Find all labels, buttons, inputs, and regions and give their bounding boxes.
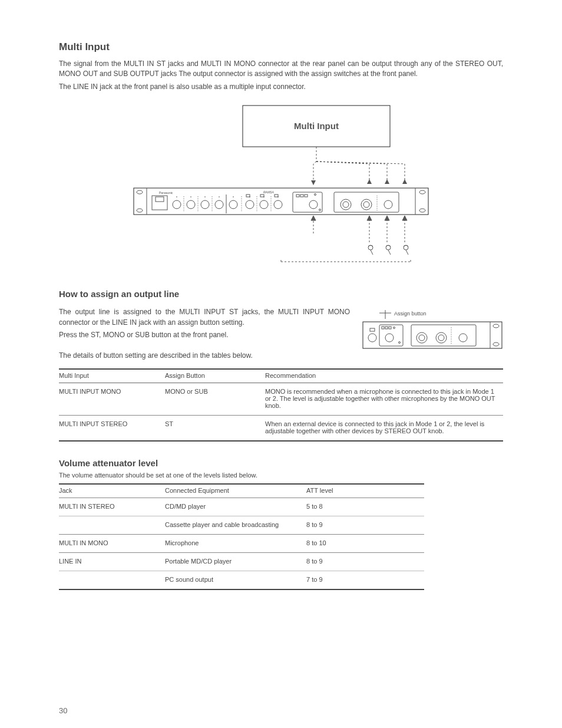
attenuator-table: Jack Connected Equipment ATT level MULTI… [59,483,424,590]
svg-point-71 [493,324,499,328]
svg-rect-44 [300,195,303,197]
table-cell: Portable MD/CD player [165,552,306,571]
table-cell: MULTI INPUT STEREO [59,415,165,441]
svg-point-80 [385,334,394,342]
svg-point-29 [246,200,254,209]
svg-point-23 [173,200,181,209]
page-number: 30 [59,706,67,715]
svg-marker-58 [367,216,372,220]
svg-point-28 [229,200,237,209]
rear-input-knobs-icon [173,195,282,213]
attn-th-jack: Jack [59,484,165,498]
svg-point-30 [260,200,268,209]
svg-point-48 [315,194,316,196]
svg-rect-77 [382,327,384,329]
rear-multi-in-icon [293,192,322,212]
assign-table: Multi Input Assign Button Recommendation… [59,368,503,442]
svg-point-53 [363,202,369,207]
svg-point-8 [419,190,425,194]
table-cell: LINE IN [59,552,165,571]
table-cell: 5 to 8 [306,498,424,516]
svg-marker-59 [385,216,389,220]
table-row: PC sound output7 to 9 [59,571,424,589]
intro-paragraph-2: The LINE IN jack at the front panel is a… [59,82,503,92]
svg-text:Assign button: Assign button [394,311,427,317]
svg-text:RAMSA: RAMSA [263,190,274,194]
svg-point-81 [399,342,401,344]
section-assign-title: How to assign an output line [59,289,503,299]
svg-rect-75 [370,328,375,331]
table-cell: When an external device is connected to … [265,415,503,441]
table-cell: 8 to 9 [306,516,424,534]
attenuator-note: The volume attenuator should be set at o… [59,472,503,479]
svg-line-66 [406,250,408,255]
svg-point-89 [459,334,467,342]
table-cell: 8 to 9 [306,552,424,571]
figure-assign-button: Assign button [362,307,503,354]
svg-point-52 [361,199,372,210]
svg-line-64 [388,250,391,255]
svg-marker-57 [311,216,316,220]
svg-point-84 [416,332,427,343]
svg-point-47 [319,209,321,211]
svg-point-86 [436,332,447,343]
svg-marker-60 [402,216,407,220]
attn-th-att: ATT level [306,484,424,498]
table-cell: CD/MD player [165,498,306,516]
table-row: LINE INPortable MD/CD player8 to 9 [59,552,424,571]
svg-point-85 [419,335,425,341]
svg-rect-34 [275,195,278,197]
table-cell: MONO is recommended when a microphone is… [265,383,503,415]
table-cell: MULTI INPUT MONO [59,383,165,415]
assign-th-button: Assign Button [165,369,265,383]
table-cell: PC sound output [165,571,306,589]
svg-rect-33 [260,195,264,197]
figure-caption: Multi Input [294,121,339,131]
table-cell: MULTI IN MONO [59,534,165,552]
svg-point-50 [340,199,351,210]
svg-rect-45 [305,195,308,197]
table-row: MULTI IN MONOMicrophone8 to 10 [59,534,424,552]
figure-multi-input: Multi Input Panasonic RAM [116,103,446,274]
assign-paragraph-2: Press the ST, MONO or SUB button at the … [59,330,350,340]
svg-line-62 [371,250,373,255]
svg-point-55 [384,200,392,209]
table-row: MULTI INPUT STEREOSTWhen an external dev… [59,415,503,441]
rear-output-icon [334,192,399,212]
svg-point-26 [215,200,223,209]
svg-rect-79 [389,327,391,329]
attn-th-equip: Connected Equipment [165,484,306,498]
svg-rect-43 [296,195,299,197]
svg-point-87 [438,335,444,341]
table-cell: Microphone [165,534,306,552]
svg-marker-4 [402,179,407,184]
assign-paragraph-3: The details of button setting are descri… [59,351,350,361]
svg-point-72 [493,342,499,346]
table-cell: MULTI IN STEREO [59,498,165,516]
svg-point-74 [368,334,376,342]
svg-rect-70 [363,322,502,348]
table-cell: ST [165,415,265,441]
table-cell: 7 to 9 [306,571,424,589]
svg-point-46 [309,200,318,209]
svg-point-6 [137,190,143,194]
page-title: Multi Input [59,41,503,53]
svg-marker-1 [311,180,316,185]
table-cell: Cassette player and cable broadcasting [165,516,306,534]
table-cell: MONO or SUB [165,383,265,415]
svg-point-82 [394,327,395,329]
svg-point-51 [343,202,349,207]
section-attenuator-title: Volume attenuator level [59,458,503,468]
svg-rect-78 [385,327,388,329]
intro-paragraph-1: The signal from the MULTI IN ST jacks an… [59,59,503,80]
svg-point-24 [187,200,195,209]
assign-paragraph-1: The output line is assigned to the MULTI… [59,307,350,328]
svg-rect-14 [156,197,164,202]
svg-text:Panasonic: Panasonic [159,191,173,195]
table-row: MULTI IN STEREOCD/MD player5 to 8 [59,498,424,516]
assign-th-rec: Recommendation [265,369,503,383]
svg-rect-13 [152,196,167,210]
table-cell: 8 to 10 [306,534,424,552]
assign-th-multi: Multi Input [59,369,165,383]
svg-point-7 [137,209,143,212]
